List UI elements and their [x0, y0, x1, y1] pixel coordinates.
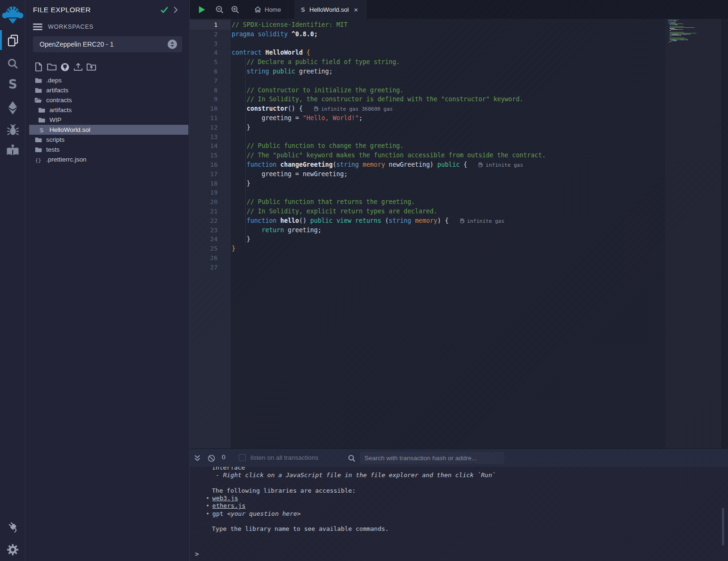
new-folder-icon[interactable] — [47, 62, 57, 72]
zoom-out-icon[interactable] — [216, 6, 224, 14]
line-number[interactable]: 16 — [190, 160, 218, 170]
minimap-line — [668, 41, 719, 41]
bullet: • — [206, 510, 210, 517]
line-number[interactable]: 15 — [190, 151, 218, 160]
search-icon[interactable] — [0, 57, 25, 70]
code-line: // Public function to change the greetin… — [232, 141, 546, 151]
line-number[interactable]: 25 — [190, 244, 218, 253]
tree-item-helloworld-sol[interactable]: SHelloWorld.sol — [29, 125, 188, 135]
line-number[interactable]: 10 — [190, 104, 218, 114]
remix-logo-icon[interactable] — [0, 4, 25, 25]
line-number[interactable]: 18 — [190, 179, 218, 188]
debugger-icon[interactable] — [0, 124, 25, 137]
code-line: // Public function that returns the gree… — [232, 197, 546, 207]
expand-terminal-icon[interactable] — [194, 455, 201, 462]
deploy-run-icon[interactable] — [0, 101, 25, 115]
minimap-line — [668, 41, 719, 42]
line-number[interactable]: 6 — [190, 67, 218, 76]
line-number[interactable]: 4 — [190, 48, 218, 57]
tree-item-wip[interactable]: WIP — [25, 115, 189, 125]
chevron-right-icon[interactable] — [173, 6, 178, 14]
upload-folder-icon[interactable] — [87, 62, 96, 72]
line-number[interactable]: 12 — [190, 123, 218, 132]
terminal-link[interactable]: web3.js — [212, 495, 238, 502]
plugin-manager-icon[interactable] — [0, 520, 25, 533]
terminal-scrollbar-thumb[interactable] — [722, 508, 724, 545]
line-number[interactable]: 14 — [190, 141, 218, 151]
terminal-prompt[interactable]: > — [195, 550, 199, 558]
code-line — [232, 188, 546, 197]
tree-item-contracts[interactable]: contracts — [25, 95, 189, 105]
tab-helloworld-sol[interactable]: SHelloWorld.sol× — [294, 0, 366, 19]
line-number[interactable]: 7 — [190, 76, 218, 86]
zoom-in-icon[interactable] — [231, 6, 239, 14]
line-number[interactable]: 2 — [190, 30, 218, 39]
code-line: // The "public" keyword makes the functi… — [232, 151, 546, 160]
tree-item-artifacts[interactable]: artifacts — [25, 85, 189, 95]
minimap-line — [668, 43, 719, 44]
workspace-selected-value: OpenZeppelin ERC20 - 1 — [40, 41, 167, 48]
upload-file-icon[interactable] — [73, 62, 83, 72]
code-area[interactable]: // SPDX-License-Identifier: MITpragma so… — [231, 19, 665, 448]
line-number[interactable]: 13 — [190, 132, 218, 142]
tree-item-tests[interactable]: tests — [25, 145, 189, 154]
terminal-search-input[interactable] — [360, 452, 504, 464]
listen-transactions-checkbox[interactable] — [239, 454, 246, 461]
line-number[interactable]: 24 — [190, 235, 218, 244]
new-file-icon[interactable] — [34, 62, 43, 72]
run-script-button[interactable] — [198, 6, 206, 14]
line-number[interactable]: 11 — [190, 114, 218, 123]
line-number[interactable]: 19 — [190, 188, 218, 197]
code-line: } — [232, 244, 546, 253]
line-number[interactable]: 17 — [190, 170, 218, 179]
clear-console-icon[interactable] — [208, 455, 215, 462]
line-number[interactable]: 1 — [190, 20, 218, 30]
line-number[interactable]: 3 — [190, 39, 218, 49]
terminal-search-icon — [348, 455, 356, 462]
tab-home[interactable]: Home — [249, 0, 288, 19]
line-number[interactable]: 9 — [190, 95, 218, 104]
close-tab-icon[interactable]: × — [354, 6, 358, 13]
workspace-select[interactable]: OpenZeppelin ERC20 - 1 — [33, 36, 182, 52]
line-number[interactable]: 27 — [190, 263, 218, 272]
terminal-output[interactable]: interface- Right click on a JavaScript f… — [190, 467, 728, 561]
workspace-sort-icon[interactable] — [167, 39, 178, 49]
settings-gear-icon[interactable] — [0, 544, 25, 556]
editor-scrollbar-track[interactable] — [722, 19, 728, 448]
minimap-line — [668, 40, 719, 40]
minimap-line — [668, 29, 719, 30]
terminal-line: - Right click on a JavaScript file in th… — [212, 472, 728, 479]
line-number[interactable]: 21 — [190, 207, 218, 216]
check-icon[interactable] — [160, 6, 169, 14]
solidity-icon: S — [37, 127, 46, 133]
tree-item-artifacts[interactable]: artifacts — [25, 105, 189, 115]
svg-text:S: S — [301, 6, 305, 13]
minimap-line — [668, 24, 719, 25]
folder-icon — [34, 77, 42, 83]
workspaces-menu-icon[interactable] — [33, 23, 42, 31]
line-number[interactable]: 20 — [190, 197, 218, 207]
minimap[interactable] — [668, 20, 719, 45]
solidity-compiler-icon[interactable]: S — [0, 78, 25, 92]
file-explorer-icon[interactable] — [0, 34, 25, 47]
line-number[interactable]: 26 — [190, 253, 218, 263]
line-number[interactable]: 5 — [190, 57, 218, 67]
terminal-line: •gpt <your question here> — [212, 510, 728, 518]
folder-open-icon — [34, 97, 42, 103]
learneth-icon[interactable] — [0, 144, 25, 156]
tree-item-scripts[interactable]: scripts — [25, 135, 189, 145]
terminal-link[interactable]: ethers.js — [212, 502, 245, 509]
tree-item--deps[interactable]: .deps — [25, 75, 189, 85]
terminal-text: gpt — [212, 510, 227, 517]
line-number[interactable]: 8 — [190, 86, 218, 95]
github-icon[interactable] — [60, 62, 70, 72]
tab-label: Home — [265, 6, 281, 13]
minimap-line — [668, 35, 719, 35]
code-line: contract HelloWorld { — [232, 48, 546, 57]
line-number[interactable]: 22 — [190, 216, 218, 226]
bullet: • — [206, 502, 210, 509]
terminal-text: interface — [212, 467, 245, 471]
folder-icon — [37, 107, 46, 113]
tree-item--prettierrc-json[interactable]: {}.prettierrc.json — [25, 154, 189, 164]
line-number[interactable]: 23 — [190, 226, 218, 235]
